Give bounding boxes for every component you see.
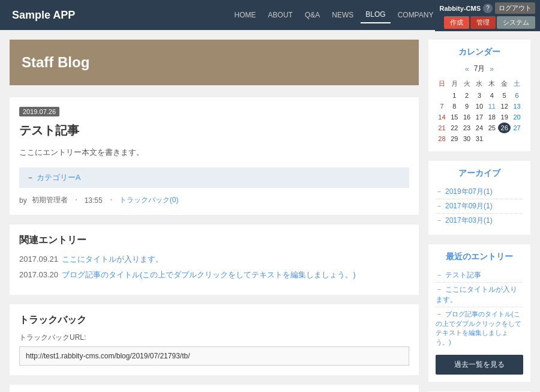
archive-item: －2017年09月(1) bbox=[436, 199, 523, 214]
article-date: 2019.07.26 bbox=[19, 107, 59, 116]
related-link[interactable]: ブログ記事のタイトル(この上でダブルクリックをしてテキストを編集しましょう。) bbox=[62, 270, 356, 279]
archive-link[interactable]: 2017年09月(1) bbox=[445, 202, 493, 210]
cal-header-月: 月 bbox=[448, 77, 461, 90]
header: Sample APP HOMEABOUTQ&ANEWSBLOGCOMPANYCO… bbox=[0, 0, 540, 30]
calendar-cell[interactable]: 5 bbox=[498, 90, 511, 101]
cms-logout-button[interactable]: ログアウト bbox=[495, 2, 535, 14]
calendar-body: 1234567891011121314151617181920212223242… bbox=[436, 90, 523, 144]
calendar-cell[interactable]: 15 bbox=[448, 112, 461, 122]
calendar-cell bbox=[498, 133, 511, 144]
recent-link[interactable]: ここにタイトルが入ります。 bbox=[436, 285, 517, 304]
calendar-cell[interactable]: 11 bbox=[485, 101, 498, 112]
calendar-cell[interactable]: 8 bbox=[448, 101, 461, 112]
nav-item-q&a[interactable]: Q&A bbox=[300, 7, 325, 23]
calendar-cell bbox=[511, 133, 523, 144]
calendar-table: 日月火水木金土 12345678910111213141516171819202… bbox=[436, 77, 523, 144]
calendar-cell[interactable]: 20 bbox=[511, 112, 523, 122]
article-body: ここにエントリー本文を書きます。 bbox=[19, 147, 409, 158]
calendar-cell[interactable]: 26 bbox=[498, 122, 511, 133]
cms-brand: Rabbity-CMS bbox=[440, 5, 481, 12]
calendar-cell[interactable]: 6 bbox=[511, 90, 523, 101]
trackback-url[interactable]: http://test1.rabbity-cms.com/blog/2019/0… bbox=[19, 346, 409, 366]
calendar-cell bbox=[485, 133, 498, 144]
related-item: 2017.03.20ブログ記事のタイトル(この上でダブルクリックをしてテキストを… bbox=[19, 270, 409, 280]
cms-system-button[interactable]: システム bbox=[497, 16, 535, 29]
calendar-cell[interactable]: 30 bbox=[461, 133, 473, 144]
related-entries: 関連エントリー 2017.09.21ここにタイトルが入ります。2017.03.2… bbox=[10, 225, 419, 295]
calendar-cell[interactable]: 13 bbox=[511, 101, 523, 112]
meta-by: by bbox=[19, 196, 27, 205]
calendar-cell[interactable]: 18 bbox=[485, 112, 498, 122]
calendar-row: 28293031 bbox=[436, 133, 523, 144]
calendar-next[interactable]: » bbox=[490, 65, 494, 73]
calendar-cell[interactable]: 21 bbox=[436, 122, 448, 133]
archive-list: －2019年07月(1)－2017年09月(1)－2017年03月(1) bbox=[436, 185, 523, 228]
calendar-cell[interactable]: 3 bbox=[473, 90, 486, 101]
calendar-cell[interactable]: 16 bbox=[461, 112, 473, 122]
nav-item-about[interactable]: ABOUT bbox=[263, 7, 298, 23]
calendar-cell[interactable]: 17 bbox=[473, 112, 486, 122]
cal-header-日: 日 bbox=[436, 77, 448, 90]
article-meta: by 初期管理者 ・ 13:55 ・ トラックバック(0) bbox=[19, 195, 409, 205]
calendar-header-row: 日月火水木金土 bbox=[436, 77, 523, 90]
related-heading: 関連エントリー bbox=[19, 234, 409, 247]
calendar-month: 7月 bbox=[474, 64, 485, 74]
article: 2019.07.26 テスト記事 ここにエントリー本文を書きます。 － カテゴリ… bbox=[10, 97, 419, 215]
archive-link[interactable]: 2017年03月(1) bbox=[445, 216, 493, 225]
nav-item-home[interactable]: HOME bbox=[230, 7, 261, 23]
nav-item-blog[interactable]: BLOG bbox=[361, 7, 390, 23]
recent-link[interactable]: ブログ記事のタイトル(この上でダブルクリックをしてテキストを編集しましょう。) bbox=[436, 310, 521, 346]
cms-create-button[interactable]: 作成 bbox=[444, 16, 469, 29]
calendar-cell[interactable]: 31 bbox=[473, 133, 486, 144]
calendar-cell[interactable]: 2 bbox=[461, 90, 473, 101]
calendar-row: 123456 bbox=[436, 90, 523, 101]
calendar-cell[interactable]: 9 bbox=[461, 101, 473, 112]
cms-action-buttons: 作成 管理 システム bbox=[439, 16, 540, 31]
calendar-cell[interactable]: 12 bbox=[498, 101, 511, 112]
calendar-row: 14151617181920 bbox=[436, 112, 523, 122]
calendar-cell[interactable]: 7 bbox=[436, 101, 448, 112]
pagination: «« ここにタイトルが入ります。 main bbox=[10, 385, 419, 392]
recent-link[interactable]: テスト記事 bbox=[445, 271, 481, 279]
calendar-cell[interactable]: 10 bbox=[473, 101, 486, 112]
calendar-widget: カレンダー « 7月 » 日月火水木金土 1234567891011121314… bbox=[428, 40, 530, 151]
trackback-link[interactable]: トラックバック(0) bbox=[119, 195, 179, 205]
recent-item: －テスト記事 bbox=[436, 268, 523, 283]
calendar-cell[interactable]: 29 bbox=[448, 133, 461, 144]
cal-header-金: 金 bbox=[498, 77, 511, 90]
calendar-cell[interactable]: 24 bbox=[473, 122, 486, 133]
article-heading: テスト記事 bbox=[19, 122, 409, 139]
blog-title: Staff Blog bbox=[22, 54, 407, 71]
category-link[interactable]: カテゴリーA bbox=[37, 173, 81, 182]
category-arrow: － bbox=[26, 173, 37, 182]
nav-item-news[interactable]: NEWS bbox=[327, 7, 358, 23]
calendar-cell[interactable]: 27 bbox=[511, 122, 523, 133]
calendar-cell[interactable]: 14 bbox=[436, 112, 448, 122]
calendar-cell[interactable]: 4 bbox=[485, 90, 498, 101]
page-wrapper: Staff Blog 2019.07.26 テスト記事 ここにエントリー本文を書… bbox=[0, 30, 540, 392]
related-link[interactable]: ここにタイトルが入ります。 bbox=[62, 255, 163, 264]
blog-header-banner: Staff Blog bbox=[10, 40, 419, 85]
calendar-row: 21222324252627 bbox=[436, 122, 523, 133]
calendar-cell[interactable]: 25 bbox=[485, 122, 498, 133]
related-date: 2017.03.20 bbox=[19, 270, 58, 279]
calendar-prev[interactable]: « bbox=[465, 65, 469, 73]
cms-toolbar: Rabbity-CMS ? ログアウト 作成 管理 システム bbox=[435, 0, 540, 31]
view-all-button[interactable]: 過去一覧を見る bbox=[436, 355, 523, 375]
archive-item: －2017年03月(1) bbox=[436, 214, 523, 228]
archive-widget: アーカイブ －2019年07月(1)－2017年09月(1)－2017年03月(… bbox=[428, 161, 530, 235]
cms-help-icon[interactable]: ? bbox=[483, 4, 493, 13]
main-content: Staff Blog 2019.07.26 テスト記事 ここにエントリー本文を書… bbox=[10, 40, 419, 392]
calendar-cell[interactable]: 1 bbox=[448, 90, 461, 101]
cms-manage-button[interactable]: 管理 bbox=[470, 16, 496, 29]
calendar-cell[interactable]: 28 bbox=[436, 133, 448, 144]
nav-item-company[interactable]: COMPANY bbox=[393, 7, 439, 23]
article-author: 初期管理者 bbox=[32, 195, 68, 205]
calendar-cell[interactable]: 23 bbox=[461, 122, 473, 133]
meta-sep1: ・ bbox=[73, 195, 80, 205]
cms-top-row: Rabbity-CMS ? ログアウト bbox=[435, 0, 540, 16]
archive-link[interactable]: 2019年07月(1) bbox=[445, 187, 493, 196]
calendar-cell[interactable]: 22 bbox=[448, 122, 461, 133]
calendar-cell[interactable]: 19 bbox=[498, 112, 511, 122]
related-item: 2017.09.21ここにタイトルが入ります。 bbox=[19, 254, 409, 265]
